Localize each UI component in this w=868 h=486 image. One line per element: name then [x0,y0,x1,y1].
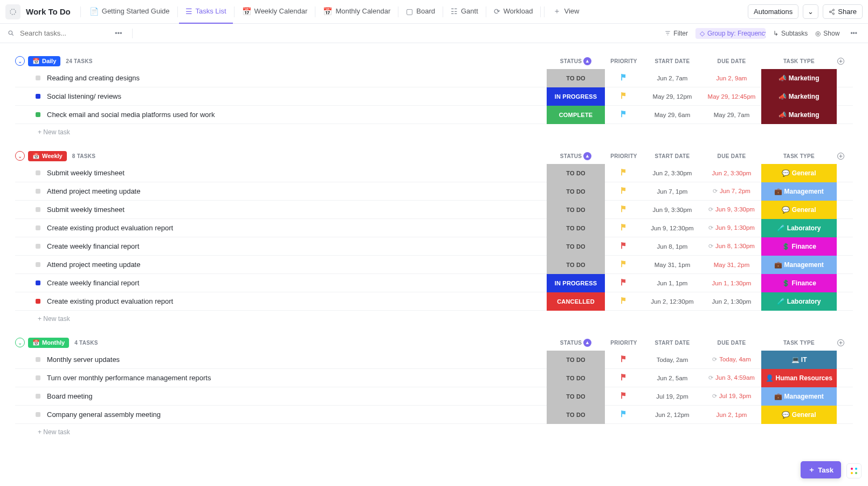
start-date-cell[interactable]: Today, 2am [643,357,702,363]
status-cell[interactable]: TO DO [547,237,605,256]
task-type-cell[interactable]: 📣 Marketing [761,69,837,87]
status-cell[interactable]: TO DO [547,387,605,406]
task-name[interactable]: Attend project meeting update [47,261,547,269]
priority-cell[interactable] [605,260,643,269]
col-due-date[interactable]: DUE DATE [702,153,761,159]
task-row[interactable]: Reading and creating designsTO DOJun 2, … [15,69,853,87]
status-dot[interactable] [36,412,40,417]
start-date-cell[interactable]: Jun 2, 5am [643,375,702,381]
filter-button[interactable]: Filter [665,30,688,37]
add-column[interactable] [837,57,853,65]
task-name[interactable]: Attend project meeting update [47,187,547,195]
task-type-cell[interactable]: 💲 Finance [761,237,837,256]
new-task-link[interactable]: + New task [15,124,853,136]
status-cell[interactable]: TO DO [547,164,605,182]
task-name[interactable]: Board meeting [47,392,547,400]
due-date-cell[interactable]: May 29, 7am [702,112,761,118]
due-date-cell[interactable]: Jun 2, 3:30pm [702,170,761,176]
group-badge[interactable]: 📅Daily [28,56,60,66]
group-toggle[interactable]: ⌄ [15,151,25,161]
automations-dropdown[interactable]: ⌄ [803,4,818,19]
status-cell[interactable]: TO DO [547,182,605,201]
status-dot[interactable] [36,207,40,212]
col-status[interactable]: STATUS▲ [547,57,605,65]
task-type-cell[interactable]: 💼 Management [761,387,837,406]
priority-cell[interactable] [605,168,643,177]
status-cell[interactable]: COMPLETE [547,106,605,124]
new-task-link[interactable]: + New task [15,311,853,323]
view-tab-monthly-calendar[interactable]: 📅Monthly Calendar [316,0,397,24]
view-tab-weekly-calendar[interactable]: 📅Weekly Calendar [236,0,314,24]
due-date-cell[interactable]: Jun 2, 9am [702,75,761,81]
priority-cell[interactable] [605,278,643,288]
col-start-date[interactable]: START DATE [643,153,702,159]
task-name[interactable]: Create weekly financial report [47,279,547,287]
status-dot[interactable] [36,76,40,80]
priority-cell[interactable] [605,73,643,83]
status-dot[interactable] [36,394,40,399]
start-date-cell[interactable]: Jul 19, 2pm [643,393,702,400]
status-dot[interactable] [36,112,40,117]
col-priority[interactable]: PRIORITY [605,58,643,64]
priority-cell[interactable] [605,205,643,214]
task-row[interactable]: Board meetingTO DOJul 19, 2pm⟳Jul 19, 3p… [15,387,853,406]
task-type-cell[interactable]: 💬 General [761,201,837,219]
due-date-cell[interactable]: ⟳Jun 8, 1:30pm [702,243,761,250]
priority-cell[interactable] [605,92,643,101]
start-date-cell[interactable]: Jun 2, 12pm [643,412,702,418]
priority-cell[interactable] [605,110,643,119]
new-task-link[interactable]: + New task [15,424,853,436]
status-dot[interactable] [36,375,40,380]
col-start-date[interactable]: START DATE [643,340,702,346]
col-status[interactable]: STATUS▲ [547,339,605,347]
status-dot[interactable] [36,170,40,175]
start-date-cell[interactable]: Jun 2, 3:30pm [643,170,702,176]
due-date-cell[interactable]: May 29, 12:45pm [702,93,761,100]
task-type-cell[interactable]: 📣 Marketing [761,106,837,124]
priority-cell[interactable] [605,373,643,382]
task-row[interactable]: Create weekly financial reportTO DOJun 8… [15,237,853,256]
task-row[interactable]: Submit weekly timesheetTO DOJun 9, 3:30p… [15,201,853,219]
col-status[interactable]: STATUS▲ [547,152,605,160]
task-type-cell[interactable]: 💼 Management [761,256,837,274]
due-date-cell[interactable]: ⟳Jun 9, 3:30pm [702,206,761,213]
status-cell[interactable]: TO DO [547,351,605,369]
status-dot[interactable] [36,280,40,285]
search-input[interactable] [20,29,106,37]
view-tab-workload[interactable]: ⟳Workload [487,0,540,24]
task-name[interactable]: Monthly server updates [47,355,547,364]
col-due-date[interactable]: DUE DATE [702,340,761,346]
start-date-cell[interactable]: Jun 2, 12:30pm [643,298,702,305]
add-column[interactable] [837,152,853,160]
task-row[interactable]: Turn over monthly performance management… [15,369,853,387]
status-dot[interactable] [36,189,40,194]
new-task-fab[interactable]: ＋Task [801,461,841,478]
due-date-cell[interactable]: ⟳Today, 4am [702,356,761,363]
task-name[interactable]: Create weekly financial report [47,242,547,250]
priority-cell[interactable] [605,223,643,232]
status-cell[interactable]: IN PROGRESS [547,274,605,292]
view-tab-getting-started-guide[interactable]: 📄Getting Started Guide [83,0,176,24]
task-row[interactable]: Attend project meeting updateTO DOMay 31… [15,256,853,274]
groupby-button[interactable]: ◇ Group by: Frequency [695,28,766,39]
due-date-cell[interactable]: Jun 2, 1pm [702,412,761,418]
view-tab-gantt[interactable]: ☷Gantt [444,0,485,24]
task-row[interactable]: Attend project meeting updateTO DOJun 7,… [15,182,853,201]
start-date-cell[interactable]: May 29, 6am [643,112,702,118]
task-row[interactable]: Check email and social media platforms u… [15,106,853,124]
due-date-cell[interactable]: ⟳Jun 7, 2pm [702,188,761,195]
col-task-type[interactable]: TASK TYPE [761,340,837,346]
share-button[interactable]: Share [823,4,863,19]
status-cell[interactable]: IN PROGRESS [547,87,605,106]
group-badge[interactable]: 📅Monthly [28,338,69,348]
add-view[interactable]: ＋View [547,0,585,24]
task-name[interactable]: Create existing product evaluation repor… [47,224,547,232]
task-type-cell[interactable]: 💻 IT [761,351,837,369]
priority-cell[interactable] [605,242,643,251]
col-task-type[interactable]: TASK TYPE [761,58,837,64]
priority-cell[interactable] [605,297,643,306]
due-date-cell[interactable]: May 31, 2pm [702,262,761,268]
col-priority[interactable]: PRIORITY [605,153,643,159]
due-date-cell[interactable]: Jun 1, 1:30pm [702,280,761,286]
group-toggle[interactable]: ⌄ [15,56,25,66]
